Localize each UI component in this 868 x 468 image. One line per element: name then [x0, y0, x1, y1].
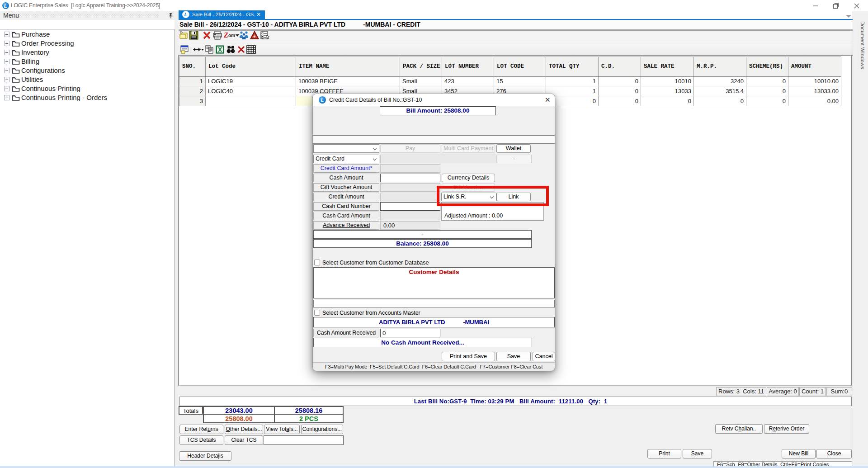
- svg-text:Z: Z: [224, 31, 228, 39]
- svg-text:om: om: [228, 33, 235, 38]
